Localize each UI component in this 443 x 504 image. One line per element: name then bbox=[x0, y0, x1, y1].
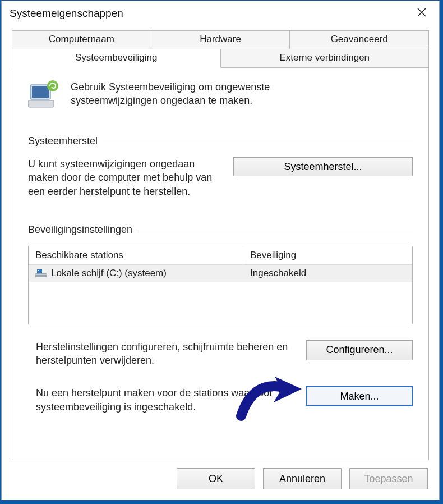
heading-protection-settings: Beveiligingsinstellingen bbox=[28, 224, 132, 236]
section-protection-settings: Beveiligingsinstellingen Beschikbare sta… bbox=[28, 224, 413, 414]
tab-computer-name[interactable]: Computernaam bbox=[12, 30, 151, 49]
drive-icon bbox=[35, 269, 47, 278]
intro: Gebruik Systeembeveiliging om ongewenste… bbox=[28, 80, 413, 109]
heading-system-restore: Systeemherstel bbox=[28, 135, 98, 147]
system-restore-button[interactable]: Systeemherstel... bbox=[233, 157, 413, 176]
svg-rect-2 bbox=[28, 100, 54, 107]
drives-table: Beschikbare stations Beveiliging bbox=[28, 246, 413, 324]
system-protection-icon bbox=[28, 80, 61, 109]
drive-protection: Ingeschakeld bbox=[243, 265, 412, 282]
configure-description: Herstelinstellingen configureren, schijf… bbox=[36, 340, 295, 368]
tab-system-protection[interactable]: Systeembeveiliging bbox=[12, 49, 221, 68]
drives-header: Beschikbare stations Beveiliging bbox=[29, 246, 412, 265]
svg-rect-5 bbox=[35, 274, 47, 275]
tabs: Computernaam Hardware Geavanceerd Systee… bbox=[2, 26, 439, 68]
titlebar: Systeemeigenschappen bbox=[2, 1, 439, 26]
svg-rect-1 bbox=[32, 86, 49, 98]
tab-remote[interactable]: Externe verbindingen bbox=[221, 49, 430, 68]
apply-button[interactable]: Toepassen bbox=[349, 468, 428, 489]
restore-description: U kunt systeemwijzigingen ongedaan maken… bbox=[28, 157, 222, 198]
svg-rect-7 bbox=[38, 270, 39, 271]
tab-advanced[interactable]: Geavanceerd bbox=[290, 30, 429, 49]
window-title: Systeemeigenschappen bbox=[10, 7, 123, 20]
dialog-footer: OK Annuleren Toepassen bbox=[2, 460, 439, 500]
svg-point-3 bbox=[47, 80, 58, 91]
intro-text: Gebruik Systeembeveiliging om ongewenste… bbox=[71, 80, 306, 108]
col-drive[interactable]: Beschikbare stations bbox=[29, 246, 243, 264]
panel-system-protection: Gebruik Systeembeveiliging om ongewenste… bbox=[12, 68, 429, 460]
svg-rect-8 bbox=[38, 272, 41, 272]
drive-name: Lokale schijf (C:) (systeem) bbox=[51, 268, 167, 279]
system-properties-window: Systeemeigenschappen Computernaam Hardwa… bbox=[1, 1, 440, 500]
col-protection[interactable]: Beveiliging bbox=[243, 246, 412, 264]
drive-row[interactable]: Lokale schijf (C:) (systeem) Ingeschakel… bbox=[29, 265, 412, 282]
close-button[interactable] bbox=[410, 4, 433, 23]
configure-button[interactable]: Configureren... bbox=[306, 340, 413, 360]
tab-hardware[interactable]: Hardware bbox=[151, 30, 290, 49]
create-button[interactable]: Maken... bbox=[306, 386, 413, 406]
section-system-restore: Systeemherstel U kunt systeemwijzigingen… bbox=[28, 135, 413, 198]
ok-button[interactable]: OK bbox=[177, 468, 255, 489]
create-description: Nu een herstelpunt maken voor de station… bbox=[36, 386, 295, 414]
cancel-button[interactable]: Annuleren bbox=[263, 468, 342, 489]
